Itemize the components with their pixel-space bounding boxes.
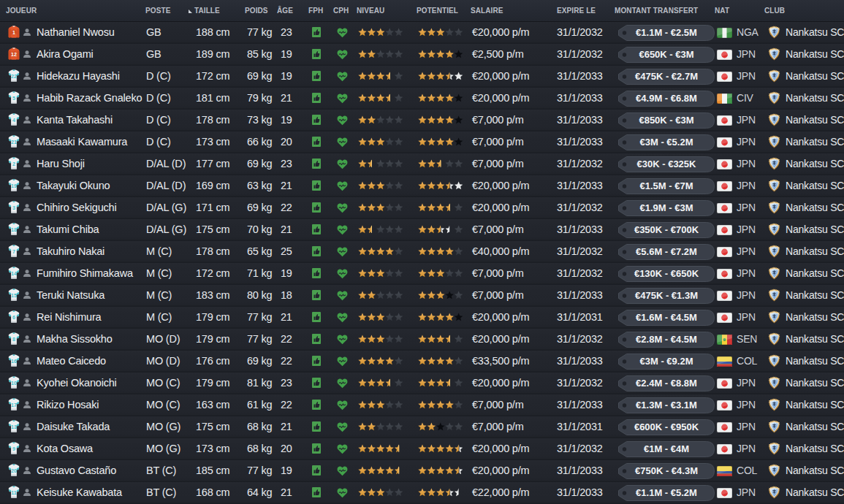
svg-text:7: 7 — [12, 249, 15, 254]
svg-text:17: 17 — [11, 402, 17, 408]
svg-text:14: 14 — [11, 271, 17, 276]
svg-text:8: 8 — [12, 337, 15, 342]
svg-text:20: 20 — [11, 468, 17, 473]
svg-text:6: 6 — [12, 315, 15, 320]
svg-text:16: 16 — [11, 359, 17, 364]
svg-text:19: 19 — [11, 183, 17, 188]
svg-text:1: 1 — [12, 30, 15, 35]
svg-text:2: 2 — [12, 161, 15, 167]
svg-text:10: 10 — [11, 381, 17, 386]
svg-text:18: 18 — [11, 227, 17, 232]
svg-text:4: 4 — [12, 118, 15, 123]
svg-text:11: 11 — [11, 490, 17, 495]
svg-text:22: 22 — [11, 74, 17, 79]
svg-text:21: 21 — [11, 140, 17, 145]
svg-text:9: 9 — [12, 446, 15, 451]
svg-text:3: 3 — [12, 205, 15, 210]
svg-text:13: 13 — [11, 424, 17, 429]
svg-text:5: 5 — [12, 96, 15, 101]
svg-text:12: 12 — [11, 52, 17, 57]
svg-text:15: 15 — [11, 293, 17, 298]
